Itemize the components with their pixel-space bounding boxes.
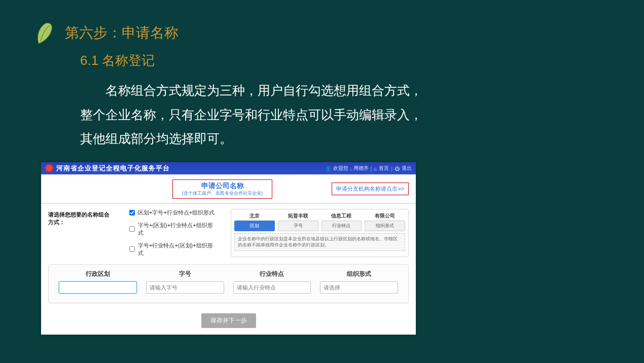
option-1-label: 区划+字号+行业特点+组织形式 (138, 209, 214, 216)
option-2-checkbox[interactable] (129, 226, 135, 232)
field-tradename-label: 字号 (146, 270, 224, 278)
preview-industry-value: 信息工程 (321, 212, 362, 220)
page-title-box: 申请公司名称 (含个体工商户、农民专业合作社等企业) (172, 179, 272, 199)
preview-region-btn[interactable]: 区划 (234, 221, 275, 231)
app-screenshot: 河南省企业登记全程电子化服务平台 👤 欢迎您，周德齐 | ⌂ 首页 | ⏻ 退出… (41, 162, 416, 335)
option-1-checkbox[interactable] (129, 210, 135, 215)
logout-link[interactable]: 退出 (402, 165, 412, 172)
field-region-label: 行政区划 (59, 270, 137, 278)
option-3[interactable]: 字号+行业特点+(区划)+组织形式 (129, 242, 216, 257)
home-icon: ⌂ (374, 166, 377, 171)
preview-note: 企业名称中的行政区划是本企业所在地县级以上行政区划的名称或地名。市辖区的名称不能… (234, 233, 405, 251)
field-region-input[interactable] (59, 281, 137, 294)
option-2-label: 字号+(区划)+行业特点+组织形式 (138, 222, 216, 237)
step-heading: 第六步：申请名称 (65, 23, 420, 43)
body-paragraph: 名称组合方式规定为三种，用户自行勾选想用组合方式，整个企业名称，只有企业字号和行… (80, 79, 425, 151)
option-2[interactable]: 字号+(区划)+行业特点+组织形式 (129, 222, 216, 237)
preview-industry-btn[interactable]: 行业特点 (321, 221, 362, 231)
preview-panel: 北京 区划 拓普丰联 字号 信息工程 行业特点 有限公司 组织形式 (231, 209, 409, 257)
leaf-icon (34, 21, 55, 47)
preview-orgform-value: 有限公司 (365, 212, 405, 220)
preview-orgform-btn[interactable]: 组织形式 (365, 221, 405, 231)
field-industry-label: 行业特点 (233, 270, 311, 278)
option-1[interactable]: 区划+字号+行业特点+组织形式 (129, 209, 216, 216)
option-3-label: 字号+行业特点+(区划)+组织形式 (138, 242, 216, 257)
sub-heading: 6.1 名称登记 (80, 52, 420, 69)
field-orgform-label: 组织形式 (320, 270, 398, 278)
preview-tradename-btn[interactable]: 字号 (278, 221, 318, 231)
field-orgform-select[interactable] (320, 281, 398, 294)
page-subtitle: (含个体工商户、农民专业合作社等企业) (182, 190, 263, 197)
preview-tradename-value: 拓普丰联 (278, 212, 318, 220)
field-tradename-input[interactable] (146, 281, 224, 294)
fields-row: 行政区划 字号 行业特点 组织形式 (48, 264, 409, 303)
field-industry-input[interactable] (233, 281, 311, 294)
app-header: 河南省企业登记全程电子化服务平台 👤 欢迎您，周德齐 | ⌂ 首页 | ⏻ 退出 (41, 162, 416, 174)
page-title: 申请公司名称 (182, 181, 263, 190)
logout-icon: ⏻ (395, 166, 400, 171)
platform-title: 河南省企业登记全程电子化服务平台 (56, 164, 170, 173)
option-3-checkbox[interactable] (129, 246, 135, 252)
save-next-button[interactable]: 保存并下一步 (201, 313, 256, 328)
welcome-text: 欢迎您，周德齐 (333, 165, 369, 172)
logo-icon (45, 164, 53, 172)
branch-link[interactable]: 申请分支机构名称请点击>> (332, 183, 409, 195)
user-icon: 👤 (325, 166, 331, 171)
preview-region-value: 北京 (234, 212, 275, 220)
home-link[interactable]: 首页 (379, 165, 389, 172)
options-label: 请选择您想要的名称组合方式： (48, 209, 114, 257)
